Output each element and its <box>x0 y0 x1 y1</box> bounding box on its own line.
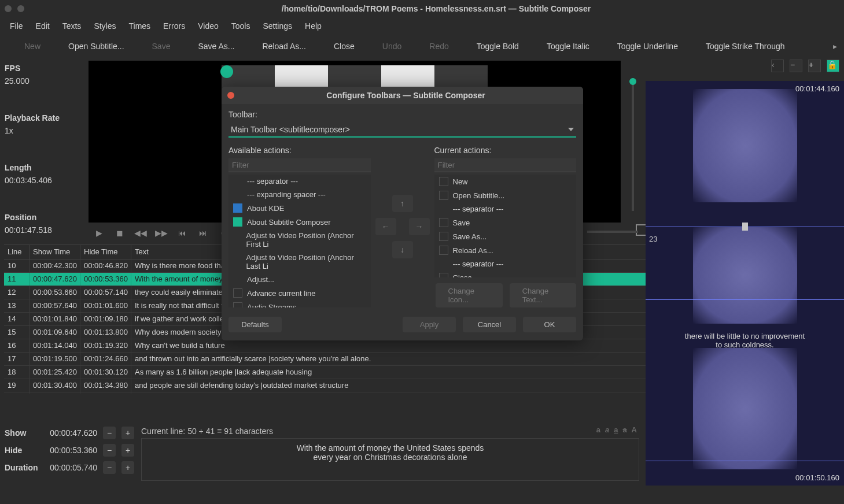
window-min-icon[interactable] <box>17 5 24 12</box>
toolbar-select[interactable]: Main Toolbar <subtitlecomposer> <box>228 123 576 138</box>
dialog-close-icon[interactable] <box>227 92 234 99</box>
list-item[interactable]: Advance current line <box>228 286 371 300</box>
show-inc-button[interactable]: + <box>121 427 134 439</box>
list-item[interactable]: --- separator --- <box>434 257 577 270</box>
position-value: 00:01:47.518 <box>5 225 79 235</box>
col-show[interactable]: Show Time <box>30 245 80 259</box>
hide-value[interactable]: 00:00:53.360 <box>45 446 97 455</box>
list-item[interactable]: Reload As... <box>434 243 577 257</box>
menu-tools[interactable]: Tools <box>225 19 257 33</box>
col-line[interactable]: Line <box>4 245 30 259</box>
current-filter-input[interactable] <box>434 158 577 172</box>
table-row[interactable]: 1900:01:30.40000:01:34.380and people are… <box>4 379 648 392</box>
wf-handle-icon[interactable] <box>742 223 748 231</box>
main-toolbar: NewOpen Subtitle...SaveSave As...Reload … <box>0 35 844 58</box>
play-icon[interactable]: ▶ <box>93 227 105 239</box>
redo-button[interactable]: Redo <box>408 38 455 54</box>
redo-icon <box>415 42 425 51</box>
show-dec-button[interactable]: − <box>103 427 116 439</box>
wf-minus-icon[interactable]: − <box>790 60 802 72</box>
col-hide[interactable]: Hide Time <box>80 245 131 259</box>
color-icon[interactable]: A <box>632 425 637 434</box>
toggle-bold-button[interactable]: Toggle Bold <box>456 38 526 54</box>
bold-icon[interactable]: a <box>596 425 600 434</box>
list-item[interactable]: Save As... <box>434 229 577 243</box>
italic-icon[interactable]: a <box>605 425 609 434</box>
menu-file[interactable]: File <box>3 19 30 33</box>
ok-button[interactable]: OK <box>523 317 576 332</box>
list-item[interactable]: Open Subtitle... <box>434 188 577 202</box>
cancel-button[interactable]: Cancel <box>463 317 516 332</box>
menu-texts[interactable]: Texts <box>56 19 88 33</box>
toolbar-overflow-icon[interactable]: ▸ <box>830 38 841 54</box>
table-row[interactable]: 1600:01:14.04000:01:19.320Why can't we b… <box>4 339 648 353</box>
available-filter-input[interactable] <box>228 158 371 172</box>
save-icon <box>138 42 148 51</box>
toggle-italic-button[interactable]: Toggle Italic <box>526 38 596 54</box>
menu-help[interactable]: Help <box>298 19 328 33</box>
menubar: FileEditTextsStylesTimesErrorsVideoTools… <box>0 17 844 35</box>
open-subtitle--button[interactable]: Open Subtitle... <box>47 38 131 54</box>
wf-nav-back-icon[interactable]: ‹ <box>771 60 784 72</box>
close-button[interactable]: Close <box>313 38 362 54</box>
new-button[interactable]: New <box>3 38 47 54</box>
save-as--button[interactable]: Save As... <box>177 38 241 54</box>
wf-lock-icon[interactable]: 🔒 <box>827 60 839 72</box>
show-value[interactable]: 00:00:47.620 <box>45 428 97 438</box>
current-list[interactable]: NewOpen Subtitle...--- separator ---Save… <box>434 175 577 277</box>
list-item[interactable]: About KDE <box>228 201 371 215</box>
dur-dec-button[interactable]: − <box>103 461 116 474</box>
move-right-button[interactable]: → <box>409 218 430 235</box>
list-item[interactable]: --- expanding spacer --- <box>228 188 371 201</box>
list-item[interactable]: Audio Streams <box>228 300 371 307</box>
volume-slider[interactable] <box>587 224 638 239</box>
apply-button[interactable]: Apply <box>403 317 456 332</box>
menu-video[interactable]: Video <box>191 19 225 33</box>
skip-back-icon[interactable]: ⏮ <box>176 227 188 239</box>
list-item[interactable]: Close <box>434 270 577 277</box>
strike-icon[interactable]: a <box>622 425 626 434</box>
hide-inc-button[interactable]: + <box>121 444 134 457</box>
rewind-icon[interactable]: ◀◀ <box>135 227 146 239</box>
list-item[interactable]: --- separator --- <box>434 202 577 216</box>
menu-times[interactable]: Times <box>123 19 157 33</box>
wf-plus-icon[interactable]: + <box>808 60 821 72</box>
list-item[interactable]: Adjust to Video Position (Anchor Last Li <box>228 251 371 273</box>
defaults-button[interactable]: Defaults <box>228 317 282 332</box>
table-row[interactable]: 1800:01:25.42000:01:30.120As many as 1.6… <box>4 366 648 379</box>
table-row[interactable]: 2000:01:34.44000:01:36.840which is depre… <box>4 392 648 394</box>
move-up-button[interactable]: ↑ <box>392 195 413 212</box>
save-button[interactable]: Save <box>131 38 178 54</box>
dur-inc-button[interactable]: + <box>121 461 134 474</box>
toggle-strike-through-button[interactable]: Toggle Strike Through <box>685 38 792 54</box>
waveform-canvas[interactable]: 00:01:44.160 00:01:50.160 23 there will … <box>646 81 844 486</box>
duration-value[interactable]: 00:00:05.740 <box>45 463 97 472</box>
change-text-button[interactable]: Change Text... <box>510 283 576 307</box>
available-list[interactable]: --- separator ------ expanding spacer --… <box>228 175 371 307</box>
menu-edit[interactable]: Edit <box>30 19 56 33</box>
hide-dec-button[interactable]: − <box>103 444 116 457</box>
toggle-underline-button[interactable]: Toggle Underline <box>596 38 685 54</box>
list-item[interactable]: Adjust to Video Position (Anchor First L… <box>228 229 371 251</box>
action-icon <box>439 191 448 200</box>
menu-settings[interactable]: Settings <box>256 19 298 33</box>
forward-icon[interactable]: ▶▶ <box>156 227 167 239</box>
list-item[interactable]: Save <box>434 216 577 229</box>
list-item[interactable]: Adjust... <box>228 273 371 286</box>
menu-errors[interactable]: Errors <box>157 19 191 33</box>
window-close-icon[interactable] <box>5 5 12 12</box>
undo-button[interactable]: Undo <box>362 38 408 54</box>
move-down-button[interactable]: ↓ <box>392 241 413 258</box>
change-icon-button[interactable]: Change Icon... <box>436 283 503 307</box>
skip-fwd-icon[interactable]: ⏭ <box>197 227 209 239</box>
list-item[interactable]: --- separator --- <box>228 175 371 188</box>
underline-icon[interactable]: a <box>614 425 618 434</box>
reload-as--button[interactable]: Reload As... <box>242 38 314 54</box>
table-row[interactable]: 1700:01:19.50000:01:24.660and thrown out… <box>4 353 648 366</box>
list-item[interactable]: About Subtitle Composer <box>228 215 371 229</box>
subtitle-text-editor[interactable]: With the amount of money the United Stat… <box>141 438 639 481</box>
menu-styles[interactable]: Styles <box>87 19 122 33</box>
list-item[interactable]: New <box>434 175 577 188</box>
stop-icon[interactable]: ◼ <box>114 227 126 239</box>
move-left-button[interactable]: ← <box>375 218 396 235</box>
